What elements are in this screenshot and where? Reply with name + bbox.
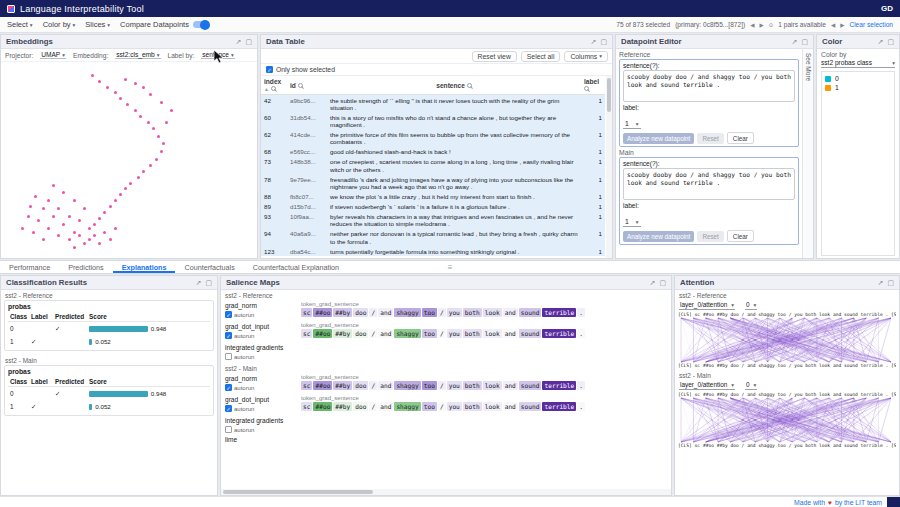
autorun-checkbox[interactable] bbox=[225, 353, 232, 360]
horizontal-scrollbar[interactable] bbox=[221, 489, 671, 495]
drag-handle-icon[interactable]: ≡ bbox=[448, 261, 453, 273]
table-row[interactable]: 42a9bc96...the subtle strength of `` ell… bbox=[261, 95, 605, 113]
embedding-point[interactable] bbox=[98, 242, 101, 245]
embedding-point[interactable] bbox=[68, 238, 71, 241]
table-row[interactable]: 62414cde...the primitive force of this f… bbox=[261, 130, 605, 147]
search-icon[interactable] bbox=[467, 83, 472, 88]
compare-datapoints-toggle[interactable] bbox=[193, 21, 209, 28]
scrollbar-thumb[interactable] bbox=[607, 78, 611, 112]
embedding-point[interactable] bbox=[170, 109, 173, 112]
embedding-point[interactable] bbox=[68, 215, 71, 218]
embedding-point[interactable] bbox=[129, 182, 132, 185]
embedding-point[interactable] bbox=[124, 187, 127, 190]
salience-token[interactable]: look bbox=[483, 308, 502, 317]
next-datapoint-icon[interactable]: ▶ bbox=[759, 22, 763, 28]
search-icon[interactable] bbox=[298, 83, 303, 88]
column-header-label[interactable]: label bbox=[581, 76, 605, 95]
scrollbar-thumb[interactable] bbox=[223, 490, 373, 494]
tab-counterfactual-explanation[interactable]: Counterfactual Explanation bbox=[244, 261, 348, 273]
column-header[interactable]: Score bbox=[87, 311, 210, 322]
embedding-point[interactable] bbox=[62, 223, 65, 226]
salience-token[interactable]: shaggy bbox=[394, 308, 420, 317]
embedding-point[interactable] bbox=[52, 215, 55, 218]
embedding-point[interactable] bbox=[91, 74, 94, 77]
salience-token[interactable]: ##oo bbox=[313, 381, 332, 390]
embedding-point[interactable] bbox=[142, 86, 145, 89]
embedding-point[interactable] bbox=[73, 199, 76, 202]
salience-token[interactable]: / bbox=[438, 329, 446, 338]
columns-button[interactable]: Columns ▾ bbox=[564, 51, 608, 62]
embedding-point[interactable] bbox=[114, 91, 117, 94]
embedding-point[interactable] bbox=[47, 227, 50, 230]
tab-performance[interactable]: Performance bbox=[0, 261, 59, 273]
embedding-point[interactable] bbox=[109, 238, 112, 241]
select-menu[interactable]: Select ▾ bbox=[7, 20, 33, 29]
vertical-scrollbar[interactable] bbox=[606, 76, 612, 258]
autorun-checkbox[interactable]: ✓ bbox=[225, 311, 232, 318]
embedding-point[interactable] bbox=[114, 199, 117, 202]
embedding-point[interactable] bbox=[160, 150, 163, 153]
maximize-icon[interactable]: ▢ bbox=[245, 38, 252, 46]
embedding-point[interactable] bbox=[78, 234, 81, 237]
salience-token[interactable]: and bbox=[378, 381, 393, 390]
reset-button[interactable]: Reset bbox=[697, 231, 723, 242]
column-header[interactable]: Label bbox=[29, 311, 53, 322]
column-header[interactable]: Predicted bbox=[53, 311, 87, 322]
embedding-point[interactable] bbox=[103, 231, 106, 234]
column-header-index[interactable]: index ▲ bbox=[261, 76, 287, 95]
salience-token[interactable]: and bbox=[378, 402, 393, 411]
salience-token[interactable]: sound bbox=[519, 308, 542, 317]
embedding-point[interactable] bbox=[137, 176, 140, 179]
embedding-select[interactable]: sst2:cls_emb ▾ bbox=[115, 51, 160, 59]
salience-token[interactable]: you bbox=[447, 329, 462, 338]
column-header-sentence[interactable]: sentence bbox=[327, 76, 581, 95]
projector-select[interactable]: UMAP ▾ bbox=[40, 51, 66, 59]
salience-token[interactable]: / bbox=[369, 308, 377, 317]
table-row[interactable]: 6031db54...this is a story of two misfit… bbox=[261, 112, 605, 129]
autorun-checkbox[interactable]: ✓ bbox=[225, 332, 232, 339]
maximize-icon[interactable]: ▢ bbox=[600, 38, 607, 46]
embedding-point[interactable] bbox=[165, 121, 168, 124]
table-row[interactable]: 789e79ee...fresnadillo 's dark and jolti… bbox=[261, 174, 605, 191]
salience-token[interactable]: sound bbox=[519, 329, 542, 338]
salience-token[interactable]: ##by bbox=[333, 329, 352, 338]
embedding-point[interactable] bbox=[119, 193, 122, 196]
embedding-point[interactable] bbox=[134, 109, 137, 112]
embedding-point[interactable] bbox=[114, 227, 117, 230]
popout-icon[interactable]: ↗ bbox=[236, 38, 242, 46]
autorun-checkbox[interactable]: ✓ bbox=[225, 384, 232, 391]
column-header[interactable]: Label bbox=[29, 376, 53, 387]
embedding-point[interactable] bbox=[134, 82, 137, 85]
sentence-textarea[interactable]: scooby dooby doo / and shaggy too / you … bbox=[623, 168, 795, 200]
salience-token[interactable]: look bbox=[483, 381, 502, 390]
table-row[interactable]: 9440a6a9...neither parker nor donovan is… bbox=[261, 229, 605, 246]
salience-token[interactable]: sound bbox=[519, 381, 542, 390]
salience-token[interactable]: and bbox=[378, 329, 393, 338]
table-row[interactable]: 88fb8c07...we know the plot 's a little … bbox=[261, 191, 605, 201]
embedding-point[interactable] bbox=[119, 97, 122, 100]
salience-token[interactable]: . bbox=[577, 381, 585, 390]
salience-token[interactable]: too bbox=[422, 308, 437, 317]
salience-token[interactable]: / bbox=[438, 308, 446, 317]
embedding-point[interactable] bbox=[124, 78, 127, 81]
pin-datapoint-icon[interactable]: ⊙ bbox=[769, 22, 774, 28]
column-header[interactable]: Class bbox=[8, 376, 29, 387]
embedding-point[interactable] bbox=[139, 115, 142, 118]
autorun-checkbox[interactable]: ✓ bbox=[225, 405, 232, 412]
table-row[interactable]: 89d15b7d...if steven soderbergh 's ` sol… bbox=[261, 202, 605, 212]
tab-explanations[interactable]: Explanations bbox=[113, 261, 176, 273]
select-all-button[interactable]: Select all bbox=[521, 51, 561, 62]
embedding-point[interactable] bbox=[88, 238, 91, 241]
salience-token[interactable]: and bbox=[503, 381, 518, 390]
popout-icon[interactable]: ↗ bbox=[878, 279, 884, 287]
slices-menu[interactable]: Slices ▾ bbox=[85, 20, 110, 29]
analyze-new-datapoint-button[interactable]: Analyze new datapoint bbox=[623, 231, 694, 242]
embedding-point[interactable] bbox=[155, 158, 158, 161]
embedding-scatter[interactable] bbox=[1, 62, 257, 258]
autorun-checkbox[interactable] bbox=[225, 426, 232, 433]
clear-button[interactable]: Clear bbox=[727, 132, 754, 144]
embedding-point[interactable] bbox=[103, 211, 106, 214]
popout-icon[interactable]: ↗ bbox=[196, 279, 202, 287]
prev-pair-icon[interactable]: ◀ bbox=[831, 22, 835, 28]
embedding-point[interactable] bbox=[57, 234, 60, 237]
